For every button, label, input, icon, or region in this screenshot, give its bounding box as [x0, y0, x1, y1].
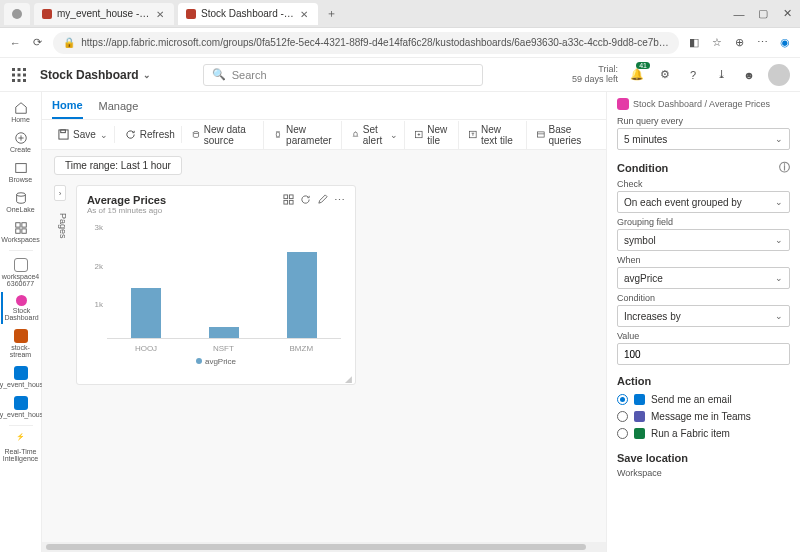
run-every-select[interactable]: 5 minutes⌄ — [617, 128, 790, 150]
when-select[interactable]: avgPrice⌄ — [617, 267, 790, 289]
new-tile-button[interactable]: New tile — [409, 121, 459, 149]
window-maximize-button[interactable]: ▢ — [754, 5, 772, 23]
window-minimize-button[interactable]: — — [730, 5, 748, 23]
action-email-radio[interactable]: Send me an email — [617, 391, 790, 408]
check-select[interactable]: On each event grouped by⌄ — [617, 191, 790, 213]
nav-stock-dashboard[interactable]: Stock Dashboard — [1, 292, 41, 324]
condition-heading: Conditionⓘ — [617, 160, 790, 175]
bar — [287, 252, 317, 338]
svg-rect-22 — [284, 195, 288, 199]
action-fabric-radio[interactable]: Run a Fabric item — [617, 425, 790, 442]
browser-profile-tab[interactable] — [4, 3, 30, 25]
window-close-button[interactable]: ✕ — [778, 5, 796, 23]
bar — [209, 327, 239, 339]
nav-stock-stream[interactable]: stock-stream — [1, 326, 41, 361]
app-launcher-icon[interactable] — [10, 66, 28, 84]
address-bar[interactable]: 🔒 https://app.fabric.microsoft.com/group… — [53, 32, 679, 54]
browser-tab-1[interactable]: my_event_house - Real-Time Inte ✕ — [34, 3, 174, 25]
bar — [131, 288, 161, 338]
nav-workspaces[interactable]: Workspaces — [1, 218, 41, 246]
new-data-source-button[interactable]: New data source — [186, 121, 264, 149]
horizontal-scrollbar[interactable] — [42, 542, 606, 552]
svg-rect-1 — [18, 68, 21, 71]
new-tab-button[interactable]: ＋ — [322, 5, 340, 23]
value-input[interactable] — [617, 343, 790, 365]
extensions-icon[interactable]: ◧ — [687, 34, 702, 52]
chevron-down-icon[interactable]: ⌄ — [143, 70, 151, 80]
edit-tile-icon[interactable] — [317, 194, 328, 205]
ytick: 3k — [87, 223, 103, 232]
base-queries-button[interactable]: Base queries — [531, 121, 596, 149]
collections-icon[interactable]: ⊕ — [732, 34, 747, 52]
nav-home[interactable]: Home — [1, 98, 41, 126]
explore-icon[interactable] — [283, 194, 294, 205]
settings-icon[interactable]: ⋯ — [755, 34, 770, 52]
favicon-icon — [186, 9, 196, 19]
svg-rect-3 — [12, 73, 15, 76]
tab-home[interactable]: Home — [52, 93, 83, 119]
pages-panel-label[interactable]: Pages — [54, 205, 68, 239]
user-avatar[interactable] — [768, 64, 790, 86]
download-icon[interactable]: ⤓ — [712, 66, 730, 84]
info-icon[interactable]: ⓘ — [779, 160, 790, 175]
tile-title: Average Prices — [87, 194, 166, 206]
time-range-picker[interactable]: Time range: Last 1 hour — [54, 156, 182, 175]
trial-status: Trial: 59 days left — [572, 65, 618, 85]
alert-config-panel: Stock Dashboard / Average Prices Run que… — [606, 92, 800, 552]
svg-rect-12 — [15, 223, 19, 227]
outlook-icon — [634, 394, 645, 405]
notifications-icon[interactable]: 🔔41 — [628, 66, 646, 84]
search-placeholder: Search — [232, 69, 267, 81]
svg-rect-23 — [289, 195, 293, 199]
svg-rect-21 — [537, 132, 544, 137]
more-icon[interactable]: ⋯ — [334, 194, 345, 207]
svg-rect-13 — [21, 223, 25, 227]
nav-browse[interactable]: Browse — [1, 158, 41, 186]
action-teams-radio[interactable]: Message me in Teams — [617, 408, 790, 425]
new-parameter-button[interactable]: New parameter — [268, 121, 342, 149]
help-icon[interactable]: ? — [684, 66, 702, 84]
ytick: 2k — [87, 262, 103, 271]
nav-workspace4[interactable]: workspace46360677 — [1, 255, 41, 290]
save-button[interactable]: Save⌄ — [52, 126, 115, 143]
search-input[interactable]: 🔍 Search — [203, 64, 483, 86]
refresh-tile-icon[interactable] — [300, 194, 311, 205]
new-text-tile-button[interactable]: New text tile — [463, 121, 526, 149]
page-title: Stock Dashboard ⌄ — [40, 68, 151, 82]
expand-pages-button[interactable]: › — [54, 185, 66, 201]
chevron-down-icon: ⌄ — [775, 311, 783, 321]
refresh-button[interactable]: Refresh — [119, 126, 182, 143]
url-text: https://app.fabric.microsoft.com/groups/… — [81, 37, 669, 48]
refresh-button[interactable]: ⟳ — [31, 34, 46, 52]
grouping-select[interactable]: symbol⌄ — [617, 229, 790, 251]
app-header: Stock Dashboard ⌄ 🔍 Search Trial: 59 day… — [0, 58, 800, 92]
browser-tab-2[interactable]: Stock Dashboard - Real-Time Inte ✕ — [178, 3, 318, 25]
nav-onelake[interactable]: OneLake — [1, 188, 41, 216]
panel-breadcrumb: Stock Dashboard / Average Prices — [617, 98, 790, 110]
close-icon[interactable]: ✕ — [300, 9, 310, 19]
favorites-icon[interactable]: ☆ — [709, 34, 724, 52]
nav-eventhouse-1[interactable]: my_event_house — [1, 363, 41, 391]
action-heading: Action — [617, 375, 790, 387]
feedback-icon[interactable]: ☻ — [740, 66, 758, 84]
set-alert-button[interactable]: Set alert⌄ — [346, 121, 406, 149]
fabric-icon — [634, 428, 645, 439]
nav-realtime-intelligence[interactable]: ⚡Real-Time Intelligence — [1, 430, 41, 465]
svg-point-18 — [193, 132, 198, 134]
tab-manage[interactable]: Manage — [99, 94, 139, 118]
close-icon[interactable]: ✕ — [156, 9, 166, 19]
settings-gear-icon[interactable]: ⚙ — [656, 66, 674, 84]
toolbar: Save⌄ Refresh New data source New parame… — [42, 120, 606, 150]
svg-rect-8 — [23, 79, 26, 82]
nav-eventhouse-2[interactable]: my_event_house — [1, 393, 41, 421]
back-button[interactable]: ← — [8, 34, 23, 52]
svg-rect-10 — [15, 164, 26, 173]
resize-handle-icon[interactable]: ◢ — [345, 374, 353, 382]
bar-chart: 3k 2k 1k HOOJNSFTBMZM — [87, 223, 345, 353]
nav-create[interactable]: Create — [1, 128, 41, 156]
condition-select[interactable]: Increases by⌄ — [617, 305, 790, 327]
copilot-icon[interactable]: ◉ — [777, 34, 792, 52]
workspace-label: Workspace — [617, 468, 790, 478]
chevron-down-icon: ⌄ — [775, 197, 783, 207]
tile-subtitle: As of 15 minutes ago — [87, 206, 166, 215]
